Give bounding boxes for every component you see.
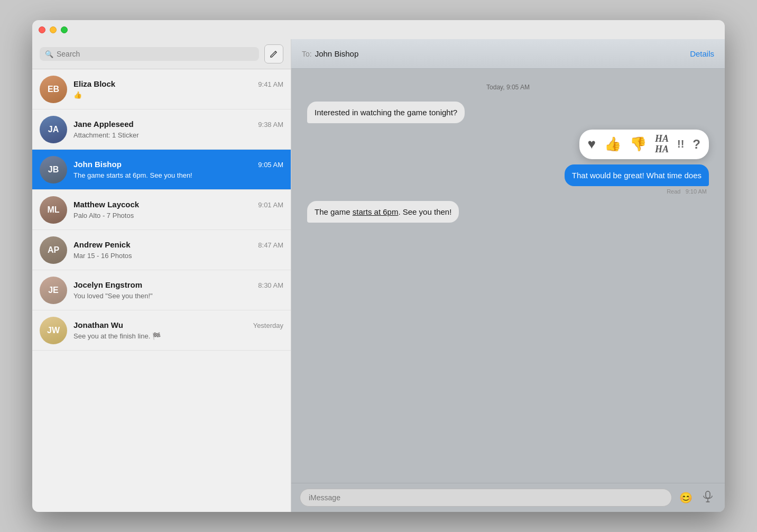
- chat-input-area: 😊: [291, 483, 725, 512]
- contact-info-jane-appleseed: Jane Appleseed 9:38 AM Attachment: 1 Sti…: [73, 120, 283, 140]
- svg-rect-0: [706, 491, 710, 498]
- title-bar: [32, 20, 725, 39]
- contact-preview-john-bishop: The game starts at 6pm. See you then!: [73, 171, 192, 179]
- compose-button[interactable]: [264, 44, 283, 63]
- contact-header-row: Jonathan Wu Yesterday: [73, 320, 283, 329]
- tapback-question[interactable]: ?: [693, 137, 700, 152]
- contact-preview-jocelyn-engstrom: You loved "See you then!": [73, 292, 153, 300]
- contact-name-jocelyn-engstrom: Jocelyn Engstrom: [73, 280, 142, 289]
- details-button[interactable]: Details: [690, 49, 714, 58]
- search-bar[interactable]: 🔍: [40, 47, 259, 61]
- avatar-andrew-penick: AP: [40, 236, 67, 264]
- contact-item-jonathan-wu[interactable]: JW Jonathan Wu Yesterday See you at the …: [32, 310, 291, 351]
- contact-header-row: Andrew Penick 8:47 AM: [73, 240, 283, 249]
- search-icon: 🔍: [45, 50, 53, 58]
- chat-messages: Today, 9:05 AM Interested in watching th…: [291, 69, 725, 483]
- emoji-button[interactable]: 😊: [677, 489, 694, 506]
- contact-header-row: Jocelyn Engstrom 8:30 AM: [73, 280, 283, 289]
- main-content: 🔍 EB Eliza Block 9:41 AM: [32, 39, 725, 512]
- contact-time-andrew-penick: 8:47 AM: [258, 241, 283, 249]
- contact-info-jocelyn-engstrom: Jocelyn Engstrom 8:30 AM You loved "See …: [73, 280, 283, 300]
- contact-item-jocelyn-engstrom[interactable]: JE Jocelyn Engstrom 8:30 AM You loved "S…: [32, 270, 291, 310]
- message-row-3: The game starts at 6pm. See you then!: [307, 201, 709, 223]
- avatar-initials: JE: [48, 286, 59, 295]
- contact-time-matthew-laycock: 9:01 AM: [258, 201, 283, 209]
- avatar-matthew-laycock: ML: [40, 196, 67, 224]
- contact-item-john-bishop[interactable]: JB John Bishop 9:05 AM The game starts a…: [32, 150, 291, 190]
- contact-preview-jane-appleseed: Attachment: 1 Sticker: [73, 131, 139, 139]
- contact-time-jonathan-wu: Yesterday: [253, 322, 283, 329]
- contact-preview-andrew-penick: Mar 15 - 16 Photos: [73, 252, 132, 260]
- contact-preview-jonathan-wu: See you at the finish line. 🏁: [73, 332, 161, 340]
- avatar-initials: JW: [47, 326, 60, 335]
- contact-info-jonathan-wu: Jonathan Wu Yesterday See you at the fin…: [73, 320, 283, 341]
- avatar-initials: EB: [48, 85, 59, 94]
- mic-icon: [703, 491, 713, 505]
- contact-item-eliza-block[interactable]: EB Eliza Block 9:41 AM 👍: [32, 69, 291, 109]
- avatar-initials: JA: [48, 125, 59, 134]
- compose-icon: [270, 50, 278, 58]
- sidebar: 🔍 EB Eliza Block 9:41 AM: [32, 39, 291, 512]
- underlined-text: starts at 6pm: [353, 207, 399, 216]
- contact-info-andrew-penick: Andrew Penick 8:47 AM Mar 15 - 16 Photos: [73, 240, 283, 260]
- avatar-jocelyn-engstrom: JE: [40, 277, 67, 304]
- contact-header-row: John Bishop 9:05 AM: [73, 160, 283, 169]
- contact-time-john-bishop: 9:05 AM: [258, 161, 283, 169]
- tapback-thumbsup[interactable]: 👍: [604, 136, 621, 152]
- search-input[interactable]: [57, 50, 254, 58]
- avatar-eliza-block: EB: [40, 76, 67, 103]
- app-window: 🔍 EB Eliza Block 9:41 AM: [32, 20, 725, 512]
- contact-preview-matthew-laycock: Palo Alto - 7 Photos: [73, 212, 134, 219]
- contact-header-row: Jane Appleseed 9:38 AM: [73, 120, 283, 129]
- tapback-popup-row: ♥ 👍 👎 HAHA !! ?: [579, 130, 709, 161]
- avatar-jane-appleseed: JA: [40, 116, 67, 143]
- contact-item-matthew-laycock[interactable]: ML Matthew Laycock 9:01 AM Palo Alto - 7…: [32, 190, 291, 230]
- contact-time-jocelyn-engstrom: 8:30 AM: [258, 281, 283, 289]
- contact-name-jonathan-wu: Jonathan Wu: [73, 320, 123, 329]
- sidebar-header: 🔍: [32, 39, 291, 69]
- contact-name-matthew-laycock: Matthew Laycock: [73, 200, 139, 209]
- maximize-button[interactable]: [61, 26, 68, 33]
- tapback-haha[interactable]: HAHA: [655, 134, 669, 155]
- avatar-initials: AP: [48, 245, 59, 255]
- imessage-input[interactable]: [300, 489, 672, 507]
- avatar-initials: ML: [47, 205, 59, 215]
- received-bubble-1: Interested in watching the game tonight?: [307, 102, 465, 123]
- contact-preview-eliza-block: 👍: [73, 91, 82, 99]
- tapback-heart[interactable]: ♥: [588, 136, 596, 152]
- contact-name-eliza-block: Eliza Block: [73, 79, 115, 88]
- contact-name-andrew-penick: Andrew Penick: [73, 240, 131, 249]
- chat-recipient-name: John Bishop: [315, 49, 690, 58]
- close-button[interactable]: [39, 26, 45, 33]
- tapback-container: ♥ 👍 👎 HAHA !! ?: [579, 130, 709, 159]
- mic-button[interactable]: [699, 489, 716, 506]
- contact-name-john-bishop: John Bishop: [73, 160, 122, 169]
- avatar-initials: JB: [48, 165, 59, 175]
- avatar-john-bishop: JB: [40, 156, 67, 184]
- contact-info-eliza-block: Eliza Block 9:41 AM 👍: [73, 79, 283, 99]
- contact-info-john-bishop: John Bishop 9:05 AM The game starts at 6…: [73, 160, 283, 180]
- received-bubble-3: The game starts at 6pm. See you then!: [307, 201, 459, 223]
- chat-area: To: John Bishop Details Today, 9:05 AM I…: [291, 39, 725, 512]
- date-divider: Today, 9:05 AM: [307, 84, 709, 91]
- contact-time-jane-appleseed: 9:38 AM: [258, 121, 283, 129]
- minimize-button[interactable]: [50, 26, 57, 33]
- contact-list: EB Eliza Block 9:41 AM 👍 JA Jane Applese…: [32, 69, 291, 512]
- avatar-jonathan-wu: JW: [40, 317, 67, 344]
- contact-header-row: Matthew Laycock 9:01 AM: [73, 200, 283, 209]
- contact-item-jane-appleseed[interactable]: JA Jane Appleseed 9:38 AM Attachment: 1 …: [32, 109, 291, 150]
- message-row: Interested in watching the game tonight?: [307, 102, 709, 123]
- tapback-thumbsdown[interactable]: 👎: [630, 136, 647, 152]
- contact-header-row: Eliza Block 9:41 AM: [73, 79, 283, 88]
- contact-info-matthew-laycock: Matthew Laycock 9:01 AM Palo Alto - 7 Ph…: [73, 200, 283, 220]
- emoji-icon: 😊: [679, 491, 693, 504]
- contact-time-eliza-block: 9:41 AM: [258, 80, 283, 88]
- tapback-exclamation[interactable]: !!: [677, 138, 684, 150]
- chat-header: To: John Bishop Details: [291, 39, 725, 69]
- contact-item-andrew-penick[interactable]: AP Andrew Penick 8:47 AM Mar 15 - 16 Pho…: [32, 230, 291, 270]
- sent-bubble-2: That would be great! What time does: [565, 164, 709, 186]
- sent-message-group: ♥ 👍 👎 HAHA !! ? That would be great! Wha…: [307, 130, 709, 195]
- read-receipt: Read 9:10 AM: [667, 188, 709, 195]
- to-label: To:: [302, 50, 312, 58]
- contact-name-jane-appleseed: Jane Appleseed: [73, 120, 134, 129]
